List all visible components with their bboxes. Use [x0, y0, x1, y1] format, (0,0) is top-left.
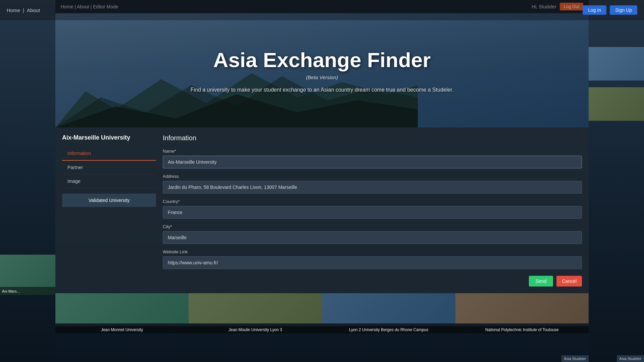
card1-image	[55, 293, 189, 323]
card3-image	[322, 293, 455, 323]
website-label: Website Link	[163, 249, 582, 254]
outer-nav-actions: Log In Sign Up	[583, 5, 637, 15]
sidebar-item-image[interactable]: Image	[62, 174, 156, 188]
send-button[interactable]: Send	[529, 276, 553, 287]
card4-label: National Polytechnic Institute of Toulou…	[455, 326, 589, 333]
card4-image	[455, 293, 589, 323]
card3-label: Lyon 2 University Berges du Rhone Campus	[322, 326, 455, 333]
sidebar-partner-label: Partner	[67, 165, 83, 170]
hero-subtitle: Find a university to make your student e…	[191, 87, 454, 93]
form-group-website: Website Link	[163, 249, 582, 269]
website-input[interactable]	[163, 256, 582, 269]
outer-about-link[interactable]: About	[27, 7, 40, 13]
validated-university-button[interactable]: Validated University	[62, 194, 156, 207]
hero-mountains-svg	[55, 67, 418, 127]
hero-section: Asia Exchange Finder (Beta Version) Find…	[55, 13, 589, 127]
main-window: Home | About | Editor Mode Hi, Studeler …	[55, 0, 589, 362]
form-group-name: Name*	[163, 149, 582, 168]
card2-label: Jean Moulin University Lyon 3	[189, 326, 322, 333]
card1-label: Jean Monnet University	[55, 326, 189, 333]
bottom-cards: Jean Monnet University Jean Moulin Unive…	[55, 293, 589, 333]
city-input[interactable]	[163, 231, 582, 244]
form-group-country: Country*	[163, 199, 582, 219]
sidebar-university-name: Aix-Marseille University	[62, 134, 156, 141]
card-jean-moulin[interactable]: Jean Moulin University Lyon 3	[189, 293, 322, 333]
watermark-bottom: Asia Studeler	[561, 355, 589, 362]
name-label: Name*	[163, 149, 582, 154]
sidebar-information-label: Information	[67, 151, 91, 156]
outer-navbar: Home | About Log In Sign Up	[0, 0, 644, 20]
cancel-button[interactable]: Cancel	[556, 276, 582, 287]
left-card-label: Aix-Mars...	[2, 289, 20, 293]
form-area: Information Name* Address Country* City*…	[163, 134, 582, 287]
city-label: City*	[163, 224, 582, 229]
sidebar-item-information[interactable]: Information	[62, 147, 156, 161]
form-group-address: Address	[163, 174, 582, 194]
outer-home-link[interactable]: Home	[7, 7, 20, 13]
card-jean-monnet[interactable]: Jean Monnet University	[55, 293, 189, 333]
hero-beta: (Beta Version)	[306, 74, 338, 80]
card2-image	[189, 293, 322, 323]
left-decoration: Aix-Mars...	[0, 20, 55, 362]
form-actions: Send Cancel	[163, 276, 582, 287]
sidebar: Aix-Marseille University Information Par…	[62, 134, 156, 287]
card-inpt[interactable]: National Polytechnic Institute of Toulou…	[455, 293, 589, 333]
country-input[interactable]	[163, 206, 582, 219]
form-group-city: City*	[163, 224, 582, 244]
watermark-far-right: Asia Studeler	[617, 355, 644, 362]
address-label: Address	[163, 174, 582, 179]
outer-nav-separator1: |	[23, 7, 24, 13]
login-button[interactable]: Log In	[583, 5, 606, 15]
sidebar-image-label: Image	[67, 178, 81, 184]
card-lyon2[interactable]: Lyon 2 University Berges du Rhone Campus	[322, 293, 455, 333]
signup-button[interactable]: Sign Up	[610, 5, 637, 15]
hero-title: Asia Exchange Finder	[213, 48, 431, 72]
content-area: Aix-Marseille University Information Par…	[55, 127, 589, 293]
sidebar-item-partner[interactable]: Partner	[62, 161, 156, 174]
form-section-title: Information	[163, 134, 582, 142]
country-label: Country*	[163, 199, 582, 204]
address-input[interactable]	[163, 181, 582, 194]
outer-nav-links: Home | About	[7, 7, 40, 13]
name-input[interactable]	[163, 156, 582, 168]
right-decoration	[589, 20, 644, 362]
